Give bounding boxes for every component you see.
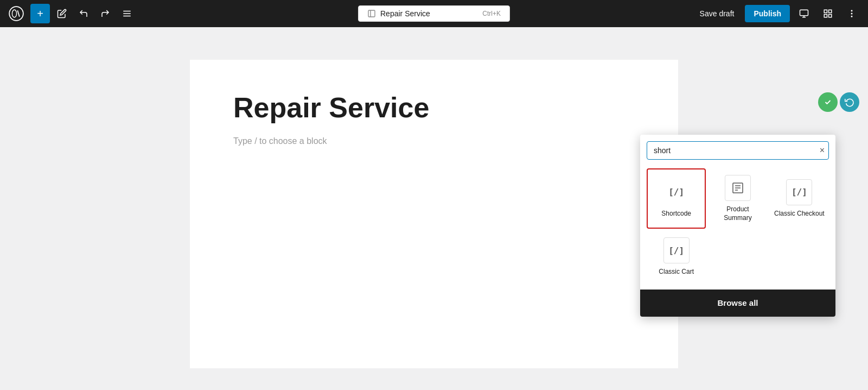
svg-rect-14 — [824, 15, 827, 17]
block-item-classic-cart[interactable]: [/] Classic Cart — [647, 231, 706, 283]
svg-rect-8 — [800, 10, 808, 16]
save-draft-button[interactable]: Save draft — [693, 6, 741, 21]
toolbar-left: + — [7, 4, 137, 23]
green-status-icon[interactable] — [818, 92, 838, 112]
document-search-button[interactable]: Repair Service Ctrl+K — [358, 5, 510, 22]
block-item-product-summary[interactable]: Product Summary — [708, 168, 767, 229]
shortcode-icon: [/] — [663, 179, 690, 205]
undo-button[interactable] — [74, 4, 93, 23]
menu-button[interactable] — [117, 4, 137, 23]
page-title: Repair Service — [233, 92, 635, 123]
product-summary-icon — [725, 175, 751, 201]
toolbar-center: Repair Service Ctrl+K — [358, 5, 510, 22]
svg-line-2 — [17, 10, 20, 17]
svg-rect-6 — [368, 10, 375, 17]
block-inserter-popup: × [/] Shortcode Produc — [640, 135, 835, 317]
svg-point-15 — [851, 10, 852, 11]
edit-button[interactable] — [52, 4, 72, 23]
inserter-search: × — [640, 135, 835, 160]
teal-sync-icon[interactable] — [840, 92, 859, 112]
svg-point-1 — [12, 10, 16, 17]
classic-checkout-icon: [/] — [786, 179, 812, 205]
svg-point-17 — [851, 16, 852, 17]
shortcode-label: Shortcode — [661, 210, 691, 218]
classic-cart-icon: [/] — [663, 237, 690, 263]
view-button[interactable] — [794, 4, 814, 23]
redo-button[interactable] — [95, 4, 115, 23]
editor-inner: Repair Service Type / to choose a block … — [190, 60, 678, 368]
block-item-shortcode[interactable]: [/] Shortcode — [647, 168, 706, 229]
more-options-button[interactable] — [842, 4, 861, 23]
toolbar: + — [0, 0, 868, 27]
browse-all-button[interactable]: Browse all — [649, 298, 827, 307]
product-summary-label: Product Summary — [712, 205, 763, 222]
svg-point-16 — [851, 13, 852, 14]
wordpress-logo[interactable] — [7, 4, 26, 23]
classic-cart-label: Classic Cart — [659, 268, 694, 276]
svg-rect-12 — [829, 10, 832, 12]
block-item-classic-checkout[interactable]: [/] Classic Checkout — [770, 168, 829, 229]
add-block-button[interactable]: + — [30, 4, 50, 23]
doc-title: Repair Service — [380, 9, 430, 18]
search-wrap: × — [647, 141, 829, 160]
settings-button[interactable] — [818, 4, 838, 23]
block-grid: [/] Shortcode Product Summary [/] — [640, 160, 835, 290]
classic-checkout-label: Classic Checkout — [774, 210, 825, 218]
content-area: Repair Service Type / to choose a block … — [0, 27, 868, 390]
svg-rect-11 — [824, 10, 827, 12]
clear-search-button[interactable]: × — [820, 146, 825, 155]
block-search-input[interactable] — [647, 141, 829, 160]
svg-rect-13 — [829, 15, 832, 17]
floating-icons — [818, 92, 859, 112]
inserter-footer: Browse all — [640, 290, 835, 317]
publish-button[interactable]: Publish — [745, 5, 790, 22]
keyboard-shortcut: Ctrl+K — [482, 10, 501, 17]
clear-icon: × — [820, 146, 825, 155]
block-placeholder[interactable]: Type / to choose a block — [233, 136, 635, 146]
toolbar-right: Save draft Publish — [693, 4, 861, 23]
